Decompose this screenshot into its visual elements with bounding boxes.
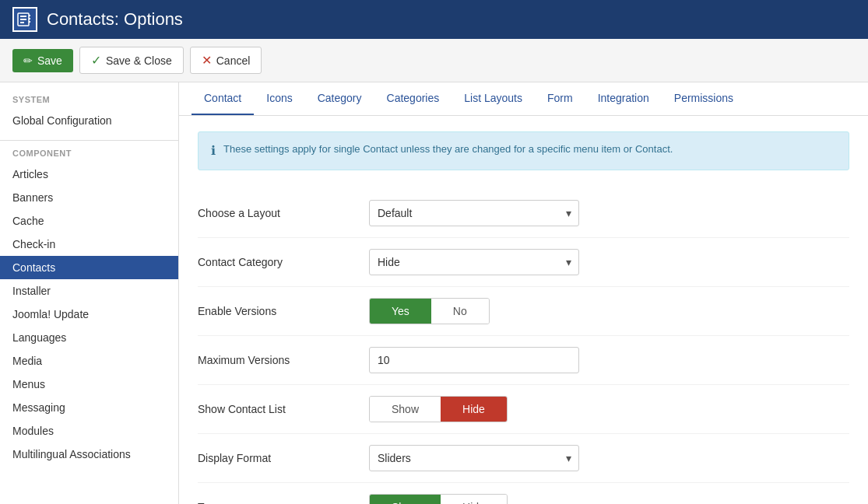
choose-layout-control: Default Blog List ▾ bbox=[369, 200, 849, 226]
contacts-app-icon bbox=[12, 7, 37, 32]
tags-row: Tags Show Hide bbox=[198, 483, 849, 504]
page-title: Contacts: Options bbox=[47, 9, 183, 30]
save-icon: ✏ bbox=[23, 54, 33, 67]
enable-versions-row: Enable Versions Yes No bbox=[198, 287, 849, 336]
main-layout: System Global Configuration Component Ar… bbox=[0, 82, 868, 504]
tab-permissions[interactable]: Permissions bbox=[662, 82, 746, 115]
maximum-versions-input[interactable] bbox=[369, 347, 579, 373]
show-contact-list-show-button[interactable]: Show bbox=[370, 397, 441, 422]
tab-icons[interactable]: Icons bbox=[254, 82, 304, 115]
maximum-versions-label: Maximum Versions bbox=[198, 354, 369, 366]
sidebar-item-messaging[interactable]: Messaging bbox=[0, 396, 178, 419]
show-contact-list-toggle: Show Hide bbox=[369, 396, 508, 422]
component-section-label: Component bbox=[0, 149, 178, 163]
tab-list-layouts[interactable]: List Layouts bbox=[452, 82, 535, 115]
svg-rect-6 bbox=[29, 21, 30, 23]
svg-rect-5 bbox=[29, 18, 30, 19]
sidebar-item-installer[interactable]: Installer bbox=[0, 279, 178, 303]
save-close-button[interactable]: ✓ Save & Close bbox=[79, 47, 184, 74]
enable-versions-no-button[interactable]: No bbox=[431, 299, 489, 324]
enable-versions-toggle: Yes No bbox=[369, 298, 490, 324]
sidebar-item-menus[interactable]: Menus bbox=[0, 373, 178, 396]
contact-category-row: Contact Category Hide Show Without Link … bbox=[198, 238, 849, 287]
choose-layout-select-wrapper: Default Blog List ▾ bbox=[369, 200, 579, 226]
system-section-label: System bbox=[0, 95, 178, 109]
enable-versions-label: Enable Versions bbox=[198, 305, 369, 317]
enable-versions-yes-button[interactable]: Yes bbox=[370, 299, 431, 324]
sidebar-item-global-configuration[interactable]: Global Configuration bbox=[0, 109, 178, 132]
display-format-select-wrapper: Sliders Tabs Plain ▾ bbox=[369, 445, 579, 471]
contact-category-select[interactable]: Hide Show Without Link Show With Link bbox=[369, 249, 579, 275]
tags-toggle: Show Hide bbox=[369, 494, 508, 504]
show-contact-list-hide-button[interactable]: Hide bbox=[441, 397, 507, 422]
sidebar-item-contacts[interactable]: Contacts bbox=[0, 256, 178, 279]
sidebar-item-languages[interactable]: Languages bbox=[0, 326, 178, 349]
display-format-label: Display Format bbox=[198, 452, 369, 464]
enable-versions-control: Yes No bbox=[369, 298, 849, 324]
tab-contact[interactable]: Contact bbox=[192, 82, 254, 115]
tab-integration[interactable]: Integration bbox=[585, 82, 662, 115]
tags-label: Tags bbox=[198, 501, 369, 504]
toolbar: ✏ Save ✓ Save & Close ✕ Cancel bbox=[0, 39, 868, 82]
show-contact-list-label: Show Contact List bbox=[198, 403, 369, 415]
tab-category[interactable]: Category bbox=[305, 82, 374, 115]
svg-rect-1 bbox=[20, 16, 26, 17]
info-icon: ℹ bbox=[211, 142, 216, 160]
sidebar-item-cache[interactable]: Cache bbox=[0, 209, 178, 233]
info-banner: ℹ These settings apply for single Contac… bbox=[198, 131, 849, 170]
show-contact-list-row: Show Contact List Show Hide bbox=[198, 385, 849, 434]
app-header: Contacts: Options bbox=[0, 0, 868, 39]
contact-category-select-wrapper: Hide Show Without Link Show With Link ▾ bbox=[369, 249, 579, 275]
choose-layout-select[interactable]: Default Blog List bbox=[369, 200, 579, 226]
tab-content: ℹ These settings apply for single Contac… bbox=[179, 116, 868, 504]
sidebar-item-media[interactable]: Media bbox=[0, 349, 178, 373]
display-format-control: Sliders Tabs Plain ▾ bbox=[369, 445, 849, 471]
save-button[interactable]: ✏ Save bbox=[12, 49, 73, 72]
cancel-button[interactable]: ✕ Cancel bbox=[190, 47, 262, 74]
contact-category-label: Contact Category bbox=[198, 256, 369, 268]
display-format-row: Display Format Sliders Tabs Plain ▾ bbox=[198, 434, 849, 483]
svg-rect-2 bbox=[20, 19, 26, 20]
sidebar: System Global Configuration Component Ar… bbox=[0, 82, 179, 504]
check-icon: ✓ bbox=[91, 53, 101, 68]
choose-layout-row: Choose a Layout Default Blog List ▾ bbox=[198, 189, 849, 238]
svg-rect-4 bbox=[29, 15, 30, 16]
svg-rect-3 bbox=[20, 22, 24, 23]
sidebar-divider bbox=[0, 140, 178, 141]
choose-layout-label: Choose a Layout bbox=[198, 207, 369, 219]
tags-show-button[interactable]: Show bbox=[370, 495, 441, 504]
sidebar-item-articles[interactable]: Articles bbox=[0, 163, 178, 186]
show-contact-list-control: Show Hide bbox=[369, 396, 849, 422]
contact-category-control: Hide Show Without Link Show With Link ▾ bbox=[369, 249, 849, 275]
sidebar-item-modules[interactable]: Modules bbox=[0, 419, 178, 443]
tags-control: Show Hide bbox=[369, 494, 849, 504]
tags-hide-button[interactable]: Hide bbox=[441, 495, 507, 504]
maximum-versions-row: Maximum Versions bbox=[198, 336, 849, 385]
tabs-bar: Contact Icons Category Categories List L… bbox=[179, 82, 868, 116]
x-icon: ✕ bbox=[202, 53, 212, 68]
maximum-versions-control bbox=[369, 347, 849, 373]
sidebar-item-banners[interactable]: Banners bbox=[0, 186, 178, 209]
sidebar-item-joomla-update[interactable]: Joomla! Update bbox=[0, 303, 178, 326]
sidebar-item-multilingual-associations[interactable]: Multilingual Associations bbox=[0, 443, 178, 466]
sidebar-item-check-in[interactable]: Check-in bbox=[0, 233, 178, 256]
tab-categories[interactable]: Categories bbox=[374, 82, 452, 115]
main-content: Contact Icons Category Categories List L… bbox=[179, 82, 868, 504]
display-format-select[interactable]: Sliders Tabs Plain bbox=[369, 445, 579, 471]
tab-form[interactable]: Form bbox=[535, 82, 585, 115]
